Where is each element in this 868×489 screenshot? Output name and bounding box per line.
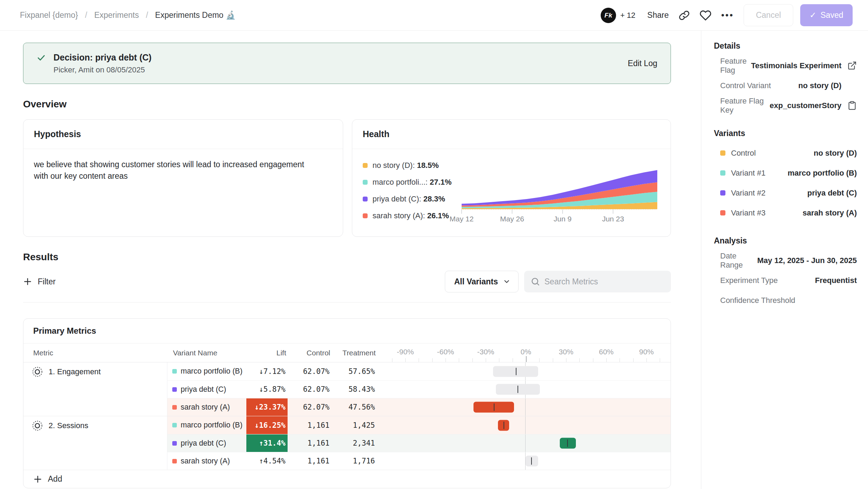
- axis-tick: [539, 358, 540, 362]
- lift-value: ↑4.54%: [246, 452, 288, 470]
- control-value: 62.07%: [288, 362, 332, 380]
- table-row[interactable]: marco portfolio (B)↓7.12%62.07%57.65%: [167, 362, 671, 380]
- variant-row: Variant #1marco portfolio (B): [714, 163, 857, 183]
- details-row: Control Variantno story (D): [714, 76, 857, 95]
- breadcrumb-project[interactable]: Fixpanel {demo}: [20, 10, 78, 20]
- search-metrics-input[interactable]: [524, 271, 671, 292]
- favorite-heart-icon[interactable]: [700, 9, 711, 21]
- main-content: Decision: priya debt (C) Picker, Amit on…: [0, 31, 701, 489]
- pm-table-body: 1. Engagementmarco portfolio (B)↓7.12%62…: [23, 362, 671, 470]
- axis-tick: [646, 358, 647, 362]
- legend-swatch: [363, 180, 368, 185]
- metric-goal-icon: [32, 366, 43, 377]
- legend-swatch: [363, 197, 368, 201]
- treatment-value: 1,425: [332, 416, 377, 434]
- copy-icon[interactable]: [847, 101, 857, 110]
- table-row[interactable]: sarah story (A)↓23.37%62.07%47.56%: [167, 398, 671, 416]
- variant-name: sarah story (A): [167, 398, 246, 416]
- control-value: 1,161: [288, 416, 332, 434]
- lift-value: ↓5.87%: [246, 381, 288, 398]
- axis-tick: [486, 358, 486, 362]
- confidence-interval-cell: [377, 452, 671, 470]
- zero-line: [525, 434, 526, 452]
- legend-item: sarah story (A): 26.1%: [363, 211, 462, 220]
- ci-axis: -90%-60%-30%0%30%60%90%: [378, 343, 671, 362]
- collaborator-count[interactable]: + 12: [620, 11, 635, 20]
- axis-label: -90%: [397, 348, 414, 356]
- ci-tick: [518, 386, 518, 393]
- col-lift: Lift: [247, 349, 288, 357]
- variant-row: Controlno story (D): [714, 143, 857, 163]
- treatment-value: 2,341: [332, 434, 377, 452]
- variant-value: sarah story (A): [803, 208, 857, 218]
- analysis-row: Confidence Threshold: [714, 290, 857, 310]
- decision-subtitle: Picker, Amit on 08/05/2025: [53, 65, 152, 75]
- plus-icon: [33, 475, 42, 484]
- lift-value: ↑31.4%: [246, 434, 288, 452]
- axis-label: -30%: [477, 348, 494, 356]
- overview-heading: Overview: [23, 99, 671, 110]
- col-control: Control: [288, 349, 332, 357]
- control-value: 1,161: [288, 452, 332, 470]
- treatment-value: 58.43%: [332, 381, 377, 398]
- variant-name: priya debt (C): [167, 434, 246, 452]
- avatar[interactable]: Fk: [601, 8, 616, 23]
- axis-tick: [459, 358, 459, 362]
- table-row[interactable]: priya debt (C)↓5.87%62.07%58.43%: [167, 380, 671, 398]
- control-value: 1,161: [288, 434, 332, 452]
- variant-value: priya debt (C): [807, 189, 857, 198]
- table-row[interactable]: priya debt (C)↑31.4%1,1612,341: [167, 434, 671, 452]
- confidence-interval-cell: [377, 381, 671, 398]
- table-row[interactable]: marco portfolio (B)↓16.25%1,1611,425: [167, 416, 671, 434]
- confidence-interval-cell: [377, 416, 671, 434]
- analysis-row: Date RangeMay 12, 2025 - Jun 30, 2025: [714, 250, 857, 270]
- metric-group: 1. Engagementmarco portfolio (B)↓7.12%62…: [23, 362, 671, 416]
- table-header: Metric Variant Name Lift Control Treatme…: [23, 343, 671, 362]
- hypothesis-title: Hypothesis: [23, 120, 343, 149]
- svg-text:May 12: May 12: [450, 215, 474, 223]
- col-variant: Variant Name: [168, 349, 247, 357]
- variant-swatch: [172, 387, 177, 392]
- axis-tick: [392, 358, 392, 362]
- legend-label: no story (D): 18.5%: [372, 161, 439, 170]
- edit-log-button[interactable]: Edit Log: [628, 59, 657, 68]
- axis-tick: [620, 358, 620, 362]
- external-link-icon[interactable]: [847, 61, 857, 70]
- axis-tick: [419, 358, 419, 362]
- legend-label: marco portfoli...: 27.1%: [372, 178, 451, 187]
- health-card: Health no story (D): 18.5%marco portfoli…: [352, 119, 671, 237]
- breadcrumb-experiments[interactable]: Experiments: [94, 10, 139, 20]
- add-metric-button[interactable]: Add: [23, 470, 671, 488]
- health-legend: no story (D): 18.5%marco portfoli...: 27…: [363, 156, 462, 228]
- legend-item: priya debt (C): 28.3%: [363, 194, 462, 204]
- more-options-icon[interactable]: •••: [721, 10, 734, 21]
- table-row[interactable]: sarah story (A)↑4.54%1,1611,716: [167, 452, 671, 470]
- axis-label: 0%: [521, 348, 531, 356]
- detail-value: Testimonials Experiment: [751, 61, 841, 70]
- saved-button[interactable]: ✓Saved: [800, 4, 853, 26]
- right-sidebar: Details Feature FlagTestimonials Experim…: [701, 31, 868, 489]
- axis-tick: [633, 358, 634, 362]
- variant-name: sarah story (A): [167, 452, 246, 470]
- axis-tick: [593, 358, 593, 362]
- zero-line: [525, 416, 526, 434]
- axis-tick: [472, 358, 473, 362]
- metric-goal-icon: [32, 420, 43, 431]
- analysis-rows: Date RangeMay 12, 2025 - Jun 30, 2025Exp…: [714, 250, 857, 310]
- add-filter-button[interactable]: Filter: [23, 277, 56, 286]
- share-button[interactable]: Share: [647, 10, 668, 20]
- analysis-label: Date Range: [714, 251, 757, 270]
- ci-tick: [494, 404, 494, 411]
- plus-icon: [23, 277, 32, 286]
- cancel-button[interactable]: Cancel: [744, 4, 793, 26]
- variant-slot-label: Control: [731, 149, 756, 158]
- treatment-value: 57.65%: [332, 362, 377, 380]
- ci-tick: [531, 458, 532, 465]
- chevron-down-icon: [503, 278, 511, 285]
- breadcrumb-separator: /: [85, 10, 87, 20]
- axis-tick: [553, 358, 553, 362]
- variants-dropdown[interactable]: All Variants: [445, 271, 519, 292]
- axis-tick: [660, 358, 660, 362]
- link-icon[interactable]: [679, 10, 690, 21]
- details-rows: Feature FlagTestimonials ExperimentContr…: [714, 56, 857, 115]
